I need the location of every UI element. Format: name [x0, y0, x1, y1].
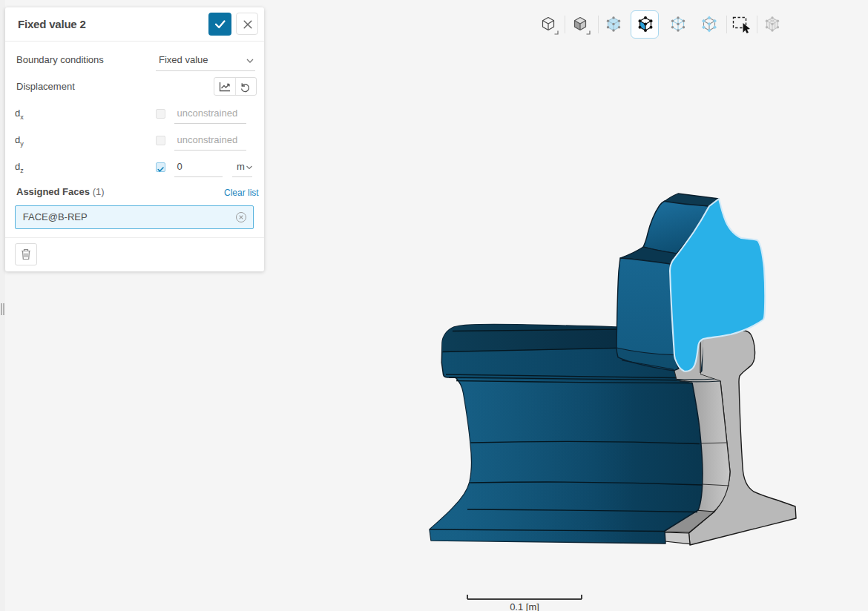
svg-text:0.1 [m]: 0.1 [m] — [510, 601, 539, 611]
